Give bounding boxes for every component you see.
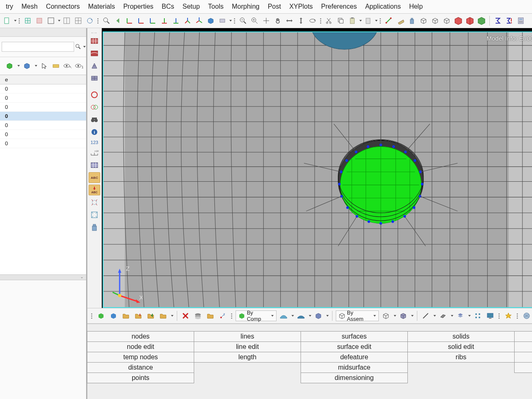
mass-icon[interactable] bbox=[407, 15, 417, 26]
model-color-icon[interactable] bbox=[5, 60, 14, 71]
measure-icon[interactable] bbox=[383, 15, 394, 26]
tree-row[interactable]: 0 bbox=[0, 139, 86, 148]
by-assem-button[interactable]: By Assem bbox=[336, 310, 379, 321]
tree-row[interactable]: 0 bbox=[0, 121, 86, 130]
weight-icon[interactable] bbox=[89, 222, 100, 233]
scale-icon[interactable]: ×10 bbox=[89, 147, 100, 158]
by-comp-button[interactable]: By Comp bbox=[236, 310, 277, 321]
menu-setup[interactable]: Setup bbox=[178, 1, 204, 12]
rotate-icon[interactable] bbox=[307, 15, 318, 26]
menu-connectors[interactable]: Connectors bbox=[42, 1, 84, 12]
cmd-temp-nodes[interactable]: temp nodes bbox=[87, 352, 194, 363]
tree-row[interactable]: 0 bbox=[0, 130, 86, 139]
grid-icon[interactable] bbox=[73, 15, 84, 26]
cut-icon[interactable] bbox=[324, 15, 335, 26]
menu-help[interactable]: Help bbox=[405, 1, 427, 12]
cube2-icon[interactable] bbox=[430, 15, 441, 26]
cube-red2-icon[interactable] bbox=[465, 15, 475, 26]
cursor-icon[interactable] bbox=[40, 60, 49, 71]
new-icon[interactable] bbox=[2, 15, 12, 26]
cmd-blank[interactable] bbox=[514, 341, 532, 352]
cmd-length[interactable]: length bbox=[194, 352, 301, 363]
3d-viewport[interactable]: Model Info: E:/001 Z X bbox=[103, 31, 532, 308]
view-box-icon[interactable] bbox=[205, 15, 216, 26]
dropdown-icon[interactable] bbox=[433, 315, 436, 317]
cube-green-icon[interactable] bbox=[476, 15, 487, 26]
axis-y-icon[interactable] bbox=[159, 15, 170, 26]
monitor-icon[interactable] bbox=[485, 310, 496, 321]
zoom-window-icon[interactable] bbox=[238, 15, 248, 26]
menu-xyplots[interactable]: XYPlots bbox=[285, 1, 317, 12]
axis-xy-icon[interactable] bbox=[124, 15, 135, 26]
cmd-node-edit[interactable]: node edit bbox=[87, 341, 194, 352]
plane-icon[interactable] bbox=[438, 310, 448, 321]
move-target-icon[interactable] bbox=[261, 15, 272, 26]
mesh-surf-icon[interactable] bbox=[89, 73, 100, 84]
window-layout-icon[interactable] bbox=[46, 15, 56, 26]
eye-plus-icon[interactable]: +/- bbox=[63, 60, 72, 71]
dropdown-icon[interactable] bbox=[375, 20, 378, 22]
cmd-points[interactable]: points bbox=[87, 373, 194, 383]
refresh-icon[interactable] bbox=[84, 15, 95, 26]
label-abc1-icon[interactable]: ABC bbox=[89, 172, 100, 183]
cmd-midsurface[interactable]: midsurface bbox=[301, 362, 408, 373]
dropdown-icon[interactable] bbox=[468, 315, 471, 317]
cmd-surface-edit[interactable]: surface edit bbox=[301, 341, 408, 352]
tree-row[interactable]: 0 bbox=[0, 84, 86, 94]
show-icon[interactable] bbox=[51, 60, 60, 71]
tree-row[interactable]: 0 bbox=[0, 103, 86, 112]
axis-z-icon[interactable] bbox=[171, 15, 181, 26]
dropdown-icon[interactable] bbox=[309, 315, 311, 317]
pan-v-icon[interactable] bbox=[296, 15, 306, 26]
copy-icon[interactable] bbox=[335, 15, 346, 26]
zoom-icon[interactable] bbox=[101, 15, 112, 26]
dropdown-icon[interactable] bbox=[17, 65, 20, 67]
menu-mesh[interactable]: Mesh bbox=[17, 1, 42, 12]
comp-color1-icon[interactable] bbox=[96, 310, 106, 321]
mesh-blue-icon[interactable] bbox=[89, 160, 100, 171]
axis-xz-icon[interactable] bbox=[136, 15, 147, 26]
dropdown-icon[interactable] bbox=[394, 315, 396, 317]
model-blue-icon[interactable] bbox=[22, 60, 31, 71]
search-icon[interactable] bbox=[75, 43, 82, 51]
menu-properties[interactable]: Properties bbox=[119, 1, 158, 12]
dropdown-icon[interactable] bbox=[58, 20, 60, 22]
zoom-fit-icon[interactable] bbox=[249, 15, 260, 26]
cube-wire2-icon[interactable] bbox=[398, 310, 409, 321]
cmd-distance[interactable]: distance bbox=[87, 362, 194, 373]
cmd-solids[interactable]: solids bbox=[407, 331, 515, 342]
tree-row-selected[interactable]: 0 bbox=[0, 112, 86, 121]
cmd-solid-edit[interactable]: solid edit bbox=[407, 341, 515, 352]
nodes-cluster-icon[interactable] bbox=[472, 310, 483, 321]
panel-collapse-handle[interactable]: ⌄ bbox=[0, 274, 86, 280]
cmd-lines[interactable]: lines bbox=[194, 331, 301, 342]
contract-icon[interactable] bbox=[89, 209, 100, 220]
back-icon[interactable] bbox=[113, 15, 123, 26]
cmd-blank[interactable] bbox=[514, 331, 532, 342]
pan-h-icon[interactable] bbox=[284, 15, 295, 26]
expand-icon[interactable] bbox=[89, 197, 100, 208]
dropdown-icon[interactable] bbox=[35, 65, 37, 67]
cube-wire1-icon[interactable] bbox=[380, 310, 391, 321]
dropdown-icon[interactable] bbox=[326, 315, 329, 317]
line-icon[interactable] bbox=[421, 310, 431, 321]
cube3-icon[interactable] bbox=[441, 15, 452, 26]
delete-x-icon[interactable] bbox=[181, 310, 191, 321]
search-dropdown-icon[interactable] bbox=[83, 46, 86, 48]
open-folder4-icon[interactable] bbox=[158, 310, 169, 321]
surf-blue1-icon[interactable] bbox=[278, 310, 289, 321]
cube-blue-icon[interactable] bbox=[313, 310, 324, 321]
pan-icon[interactable] bbox=[272, 15, 283, 26]
folder-icon[interactable] bbox=[205, 310, 216, 321]
axis-persp-icon[interactable] bbox=[194, 15, 205, 26]
cmd-ribs[interactable]: ribs bbox=[407, 352, 515, 363]
cmd-nodes[interactable]: nodes bbox=[87, 331, 194, 342]
dropdown-icon[interactable] bbox=[359, 20, 362, 22]
info-icon[interactable]: i bbox=[89, 127, 100, 137]
open-folder3-icon[interactable] bbox=[145, 310, 156, 321]
comp-color2-icon[interactable] bbox=[108, 310, 119, 321]
open-folder-icon[interactable] bbox=[120, 310, 131, 321]
binoculars-icon[interactable] bbox=[89, 114, 100, 125]
menu-preferences[interactable]: Preferences bbox=[317, 1, 361, 12]
solid-stack-icon[interactable] bbox=[455, 310, 466, 321]
